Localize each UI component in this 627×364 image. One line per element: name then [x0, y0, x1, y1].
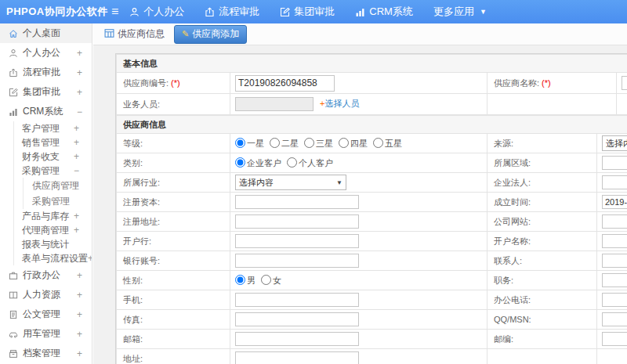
- tab-supplier-add[interactable]: ✎ 供应商添加: [174, 25, 247, 44]
- staff-label: 业务人员:: [123, 99, 160, 109]
- car-icon: [9, 330, 18, 339]
- sidebar-item-vehicle-mgmt[interactable]: 用车管理 +: [0, 324, 92, 344]
- account-name-input[interactable]: [602, 234, 627, 248]
- zip-input[interactable]: [602, 332, 627, 346]
- capital-label: 注册资本:: [123, 197, 160, 207]
- sidebar: 个人桌面 个人办公 + 流程审批 + 集团审批 + CRM系统 − 客户管理 +…: [0, 23, 92, 364]
- office-phone-input[interactable]: [602, 293, 627, 307]
- gender-radio-female[interactable]: [261, 275, 271, 285]
- sidebar-item-crm[interactable]: CRM系统 −: [0, 102, 92, 121]
- founded-date-input[interactable]: [602, 195, 627, 209]
- nav-personal-office[interactable]: 个人办公: [129, 5, 184, 19]
- required-mark: (*): [171, 78, 180, 88]
- founded-label: 成立时间:: [494, 197, 531, 207]
- supplier-name-label: 供应商名称:: [494, 78, 539, 88]
- document-icon: [9, 310, 18, 319]
- pencil-icon: ✎: [182, 29, 189, 39]
- account-name-label: 开户名称:: [494, 236, 531, 246]
- nav-workflow-approval[interactable]: 流程审批: [205, 5, 259, 19]
- staff-input[interactable]: [235, 97, 314, 111]
- gender-radio-male[interactable]: [235, 275, 245, 285]
- level-radio-1[interactable]: [235, 138, 245, 148]
- basic-info-table: 基本信息 供应商编号:(*) 供应商名称:(*) 业务人员: +选择人员: [116, 54, 627, 115]
- qq-msn-input[interactable]: [602, 312, 627, 326]
- sidebar-item-admin-office[interactable]: 行政办公 +: [0, 265, 92, 285]
- legal-person-label: 企业法人:: [494, 178, 531, 187]
- crm-submenu: 客户管理 + 销售管理 + 财务收支 + 采购管理 − 供应商管理 采购管理 产…: [13, 121, 92, 265]
- category-radio-company[interactable]: [235, 157, 245, 168]
- supplier-info-table: 供应商信息 等级: 一星二星三星四星五星 来源: 选择内容▼ 类别: 企业客户个…: [116, 115, 627, 364]
- industry-label: 所属行业:: [123, 178, 160, 187]
- caret-down-icon: ▼: [336, 179, 342, 186]
- position-input[interactable]: [602, 273, 627, 287]
- office-phone-label: 办公电话:: [494, 295, 531, 305]
- reg-address-label: 注册地址:: [123, 217, 160, 226]
- bank-label: 开户行:: [123, 236, 151, 246]
- level-radio-3[interactable]: [304, 138, 314, 148]
- contact-input[interactable]: [602, 254, 627, 268]
- region-label: 所属区域:: [494, 158, 531, 168]
- bank-input[interactable]: [235, 234, 359, 248]
- top-nav: 个人办公 流程审批 集团审批 CRM系统 更多应用 ▼: [129, 5, 487, 19]
- reg-address-input[interactable]: [235, 214, 359, 229]
- address-input[interactable]: [235, 351, 359, 364]
- supplier-code-input[interactable]: [235, 75, 335, 92]
- purchase-submenu: 供应商管理 采购管理: [23, 178, 92, 209]
- required-mark: (*): [542, 78, 551, 88]
- sidebar-item-product-inventory[interactable]: 产品与库存 +: [14, 209, 92, 223]
- sidebar-item-customer-mgmt[interactable]: 客户管理 +: [14, 121, 92, 135]
- bank-account-input[interactable]: [235, 254, 359, 268]
- category-radio-person[interactable]: [287, 157, 297, 168]
- email-input[interactable]: [235, 332, 359, 346]
- sidebar-item-purchase-mgmt[interactable]: 采购管理 −: [14, 164, 92, 178]
- level-label: 等级:: [123, 139, 143, 148]
- sidebar-item-hr[interactable]: 人力资源 +: [0, 285, 92, 305]
- website-input[interactable]: [602, 214, 627, 229]
- address-label: 地址:: [123, 354, 143, 363]
- region-input[interactable]: [602, 156, 627, 170]
- briefcase-icon: [9, 271, 18, 280]
- flow-icon: [205, 7, 215, 17]
- sidebar-item-finance[interactable]: 财务收支 +: [14, 150, 92, 164]
- level-radio-4[interactable]: [339, 138, 349, 148]
- sidebar-item-workflow-approval[interactable]: 流程审批 +: [0, 63, 92, 82]
- gender-radio-group: 男女: [230, 271, 487, 290]
- gender-label: 性别:: [123, 276, 143, 285]
- sidebar-item-supplier-mgmt[interactable]: 供应商管理: [24, 178, 92, 193]
- supplier-name-input[interactable]: [622, 76, 627, 90]
- section-title-basic: 基本信息: [117, 55, 627, 73]
- level-radio-5[interactable]: [373, 138, 383, 148]
- email-label: 邮箱:: [123, 334, 143, 344]
- legal-person-input[interactable]: [602, 175, 627, 189]
- archive-icon: [9, 349, 18, 359]
- industry-select[interactable]: 选择内容▼: [235, 175, 346, 190]
- level-radio-2[interactable]: [270, 138, 280, 148]
- sidebar-item-agent-mgmt[interactable]: 代理商管理 +: [14, 223, 92, 237]
- edit-icon: [9, 88, 18, 97]
- sidebar-item-archive-mgmt[interactable]: 档案管理 +: [0, 344, 92, 363]
- nav-crm[interactable]: CRM系统: [355, 5, 413, 19]
- level-radio-group: 一星二星三星四星五星: [230, 134, 487, 153]
- mobile-input[interactable]: [235, 293, 359, 307]
- sidebar-item-form-flow-settings[interactable]: 表单与流程设置 +: [14, 251, 92, 265]
- nav-more-apps[interactable]: 更多应用 ▼: [433, 5, 487, 19]
- sidebar-item-sales-mgmt[interactable]: 销售管理 +: [14, 135, 92, 150]
- sidebar-item-personal-office[interactable]: 个人办公 +: [0, 43, 92, 63]
- source-select[interactable]: 选择内容▼: [602, 135, 627, 151]
- sidebar-item-reports[interactable]: 报表与统计: [14, 237, 92, 251]
- capital-input[interactable]: [235, 195, 359, 209]
- sidebar-item-group-approval[interactable]: 集团审批 +: [0, 82, 92, 102]
- user-icon: [129, 7, 140, 17]
- fax-input[interactable]: [235, 312, 359, 326]
- tab-supplier-info[interactable]: 供应商信息: [104, 27, 165, 41]
- sidebar-item-personal-desktop[interactable]: 个人桌面: [0, 23, 92, 43]
- bank-account-label: 银行账号:: [123, 256, 160, 265]
- select-staff-link[interactable]: 选择人员: [324, 99, 359, 108]
- sidebar-item-document-mgmt[interactable]: 公文管理 +: [0, 305, 92, 324]
- hamburger-icon[interactable]: ≡: [111, 5, 118, 19]
- tab-bar: 供应商信息 ✎ 供应商添加: [93, 23, 627, 45]
- flow-icon: [9, 68, 18, 77]
- nav-group-approval[interactable]: 集团审批: [280, 5, 335, 19]
- sidebar-item-purchase-mgmt-sub[interactable]: 采购管理: [24, 193, 92, 209]
- home-icon: [9, 29, 18, 38]
